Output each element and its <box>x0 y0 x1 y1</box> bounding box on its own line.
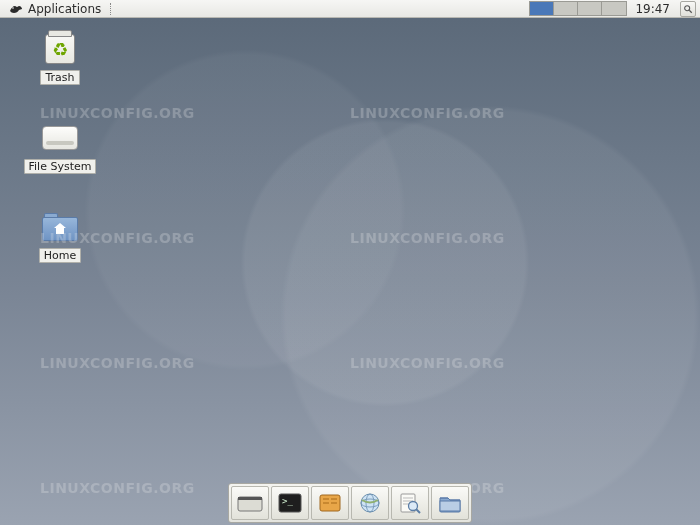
desktop-icon-label: Trash <box>40 70 79 85</box>
drive-icon <box>41 119 79 157</box>
magnifier-icon <box>683 4 693 14</box>
dock-app-finder[interactable] <box>391 486 429 520</box>
search-button[interactable] <box>680 1 696 17</box>
dock-places[interactable] <box>431 486 469 520</box>
dock-file-manager[interactable] <box>311 486 349 520</box>
xfce-logo-icon <box>8 1 24 17</box>
places-folder-icon <box>437 491 463 515</box>
svg-rect-10 <box>331 498 337 500</box>
desktop-icons-area: ♻ Trash File System Home <box>20 30 100 263</box>
svg-rect-4 <box>238 497 262 500</box>
workspace-4[interactable] <box>602 2 626 15</box>
watermark-text: LINUXCONFIG.ORG <box>40 480 195 496</box>
top-panel: Applications 19:47 <box>0 0 700 18</box>
show-desktop-icon <box>237 491 263 515</box>
desktop-icon-trash[interactable]: ♻ Trash <box>20 30 100 85</box>
trash-icon: ♻ <box>41 30 79 68</box>
dock-web-browser[interactable] <box>351 486 389 520</box>
applications-menu-button[interactable]: Applications <box>2 0 107 17</box>
workspace-switcher[interactable] <box>529 1 627 16</box>
svg-text:>_: >_ <box>282 496 293 506</box>
workspace-2[interactable] <box>554 2 578 15</box>
watermark-text: LINUXCONFIG.ORG <box>350 230 505 246</box>
desktop-root: Applications 19:47 ♻ Trash File System <box>0 0 700 525</box>
svg-rect-21 <box>440 501 460 511</box>
svg-point-1 <box>685 5 690 10</box>
panel-separator <box>107 0 113 17</box>
watermark-text: LINUXCONFIG.ORG <box>350 355 505 371</box>
app-finder-icon <box>397 491 423 515</box>
applications-menu-label: Applications <box>28 2 101 16</box>
svg-point-0 <box>12 7 14 9</box>
watermark-text: LINUXCONFIG.ORG <box>350 105 505 121</box>
workspace-3[interactable] <box>578 2 602 15</box>
web-browser-icon <box>357 491 383 515</box>
dock-terminal[interactable]: >_ <box>271 486 309 520</box>
home-folder-icon <box>41 208 79 246</box>
desktop-icon-label: File System <box>24 159 97 174</box>
dock-show-desktop[interactable] <box>231 486 269 520</box>
clock[interactable]: 19:47 <box>627 2 678 16</box>
svg-rect-9 <box>323 502 329 504</box>
svg-line-20 <box>416 509 420 513</box>
workspace-1[interactable] <box>530 2 554 15</box>
desktop-icon-filesystem[interactable]: File System <box>20 119 100 174</box>
svg-rect-8 <box>323 498 329 500</box>
file-manager-icon <box>317 491 343 515</box>
svg-rect-11 <box>331 502 337 504</box>
terminal-icon: >_ <box>277 491 303 515</box>
bottom-dock: >_ <box>228 483 472 523</box>
desktop-icon-home[interactable]: Home <box>20 208 100 263</box>
watermark-text: LINUXCONFIG.ORG <box>40 355 195 371</box>
desktop-icon-label: Home <box>39 248 81 263</box>
svg-line-2 <box>689 10 692 13</box>
